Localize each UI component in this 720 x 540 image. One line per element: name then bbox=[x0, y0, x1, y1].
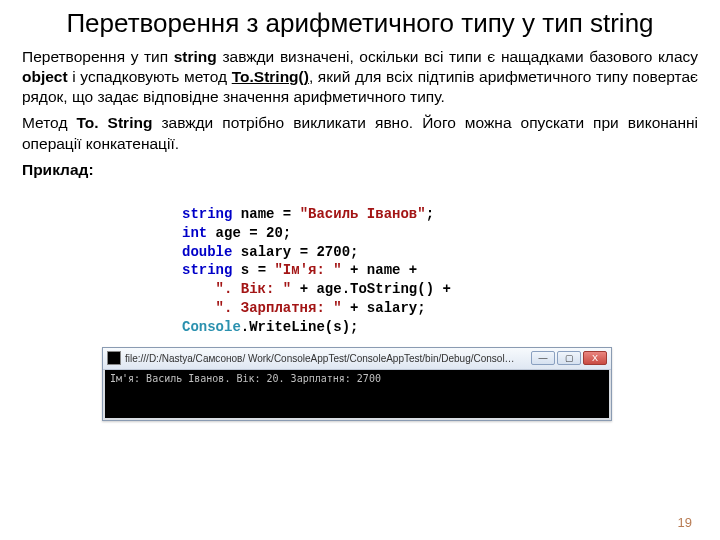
window-title: file:///D:/Nastya/Самсонов/ Work/Console… bbox=[125, 353, 531, 364]
code-text: ; bbox=[426, 206, 434, 222]
page-number: 19 bbox=[678, 515, 692, 530]
class-name: Console bbox=[182, 319, 241, 335]
code-text: name = bbox=[232, 206, 299, 222]
text: Метод bbox=[22, 114, 76, 131]
bold-object: object bbox=[22, 68, 68, 85]
number-literal: 20 bbox=[266, 225, 283, 241]
code-text: .WriteLine(s); bbox=[241, 319, 359, 335]
paragraph-2: Метод To. String завжди потрібно виклика… bbox=[22, 113, 698, 153]
code-text: + age.ToString() + bbox=[291, 281, 451, 297]
code-text: + salary; bbox=[342, 300, 426, 316]
text: і успадковують метод bbox=[68, 68, 232, 85]
text: Перетворення у тип bbox=[22, 48, 174, 65]
code-text: + name + bbox=[342, 262, 418, 278]
string-literal: "Ім'я: " bbox=[274, 262, 341, 278]
example-label: Приклад: bbox=[22, 160, 698, 180]
code-text: ; bbox=[350, 244, 358, 260]
bold-tostring: To.String() bbox=[232, 68, 309, 85]
keyword: double bbox=[182, 244, 232, 260]
slide-title: Перетворення з арифметичного типу у тип … bbox=[22, 8, 698, 39]
code-text: ; bbox=[283, 225, 291, 241]
string-literal: ". Зарплатня: " bbox=[216, 300, 342, 316]
maximize-button[interactable]: ▢ bbox=[557, 351, 581, 365]
bold-string: string bbox=[174, 48, 217, 65]
console-window: file:///D:/Nastya/Самсонов/ Work/Console… bbox=[102, 347, 612, 421]
close-button[interactable]: X bbox=[583, 351, 607, 365]
text: завжди визначені, оскільки всі типи є на… bbox=[217, 48, 698, 65]
number-literal: 2700 bbox=[316, 244, 350, 260]
keyword: int bbox=[182, 225, 207, 241]
keyword: string bbox=[182, 262, 232, 278]
window-icon bbox=[107, 351, 121, 365]
paragraph-1: Перетворення у тип string завжди визначе… bbox=[22, 47, 698, 107]
bold-tostring: To. String bbox=[76, 114, 152, 131]
code-block: string name = "Василь Іванов"; int age =… bbox=[182, 186, 698, 337]
window-titlebar: file:///D:/Nastya/Самсонов/ Work/Console… bbox=[103, 348, 611, 370]
minimize-button[interactable]: — bbox=[531, 351, 555, 365]
window-buttons: — ▢ X bbox=[531, 351, 607, 365]
console-output: Ім'я: Василь Іванов. Вік: 20. Зарплатня:… bbox=[103, 370, 611, 420]
code-text: s = bbox=[232, 262, 274, 278]
code-text: age = bbox=[207, 225, 266, 241]
string-literal: "Василь Іванов" bbox=[300, 206, 426, 222]
string-literal: ". Вік: " bbox=[216, 281, 292, 297]
keyword: string bbox=[182, 206, 232, 222]
code-text: salary = bbox=[232, 244, 316, 260]
